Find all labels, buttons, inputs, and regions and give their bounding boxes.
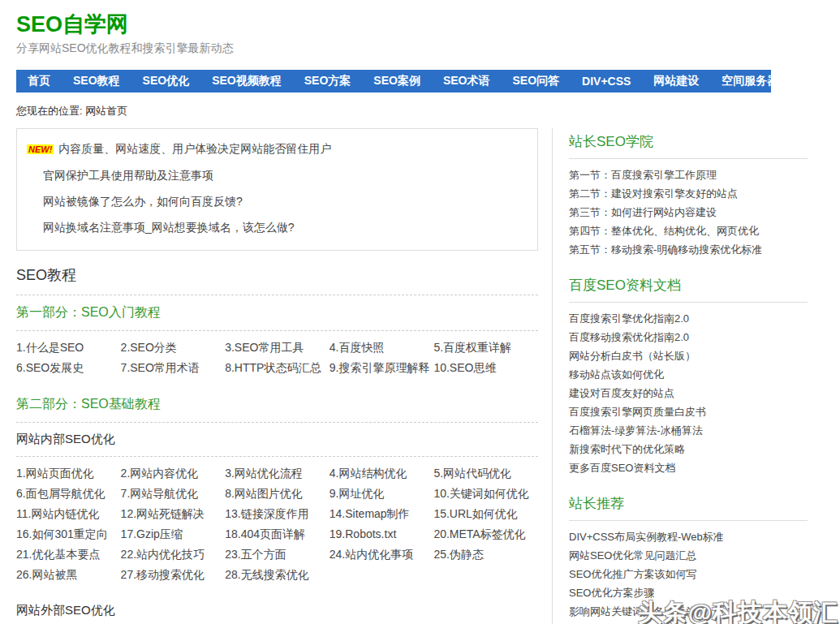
main-column: NEW!内容质量、网站速度、用户体验决定网站能否留住用户官网保护工具使用帮助及注… — [16, 128, 538, 624]
article-link[interactable]: 15.URL如何优化 — [433, 504, 538, 524]
sidebar-link[interactable]: 网站分析白皮书（站长版） — [569, 346, 808, 365]
nav-item-1[interactable]: SEO教程 — [62, 74, 131, 88]
article-link-grid: 1.什么是SEO2.SEO分类3.SEO常用工具4.百度快照5.百度权重详解6.… — [16, 331, 538, 387]
breadcrumb: 您现在的位置: 网站首页 — [16, 104, 824, 118]
news-item[interactable]: 网站换域名注意事项_网站想要换域名，该怎么做? — [27, 214, 528, 240]
sidebar-link[interactable]: 百度移动搜索优化指南2.0 — [569, 328, 808, 346]
article-link[interactable]: 3.SEO常用工具 — [225, 338, 330, 358]
news-item[interactable]: 官网保护工具使用帮助及注意事项 — [27, 162, 528, 188]
article-link[interactable]: 9.搜索引擎原理解释 — [330, 358, 434, 378]
watermark: 头条@科技本领汇 — [638, 596, 838, 624]
article-link[interactable]: 4.网站结构优化 — [330, 463, 434, 484]
article-link[interactable]: 21.优化基本要点 — [16, 544, 121, 565]
sidebar-link[interactable]: 移动站点该如何优化 — [569, 365, 808, 384]
sidebar-link[interactable]: 新搜索时代下的优化策略 — [569, 440, 808, 458]
nav-item-3[interactable]: SEO视频教程 — [200, 74, 293, 88]
news-item-text: 官网保护工具使用帮助及注意事项 — [43, 169, 213, 182]
sidebar-link[interactable]: 网站SEO优化常见问题汇总 — [569, 546, 808, 565]
article-link[interactable]: 18.404页面详解 — [225, 524, 330, 544]
main-nav: 首页SEO教程SEO优化SEO视频教程SEO方案SEO案例SEO术语SEO问答D… — [16, 70, 771, 93]
sidebar-link[interactable]: 第四节：整体优化、结构优化、网页优化 — [569, 222, 808, 240]
nav-item-10[interactable]: 空间服务器 — [710, 74, 790, 88]
article-link[interactable]: 5.百度权重详解 — [433, 338, 538, 358]
article-link[interactable]: 19.Robots.txt — [330, 524, 434, 544]
nav-item-5[interactable]: SEO案例 — [362, 74, 432, 88]
article-link[interactable]: 8.HTTP状态码汇总 — [225, 358, 330, 378]
news-item[interactable]: 网站被镜像了怎么办，如何向百度反馈? — [27, 188, 528, 214]
news-item[interactable]: NEW!内容质量、网站速度、用户体验决定网站能否留住用户 — [27, 136, 528, 162]
article-link[interactable]: 4.百度快照 — [330, 338, 434, 358]
breadcrumb-current-link[interactable]: 网站首页 — [85, 105, 127, 117]
sidebar-section: 站长SEO学院第一节：百度搜索引擎工作原理第二节：建设对搜索引擎友好的站点第三节… — [569, 132, 808, 259]
site-title: SEO自学网 — [16, 10, 824, 39]
page: SEO自学网 分享网站SEO优化教程和搜索引擎最新动态 首页SEO教程SEO优化… — [0, 10, 840, 624]
main-title: SEO教程 — [16, 262, 538, 295]
sidebar-link[interactable]: 第一节：百度搜索引擎工作原理 — [569, 166, 808, 184]
site-subtitle: 分享网站SEO优化教程和搜索引擎最新动态 — [16, 41, 824, 56]
section-heading: 第一部分：SEO入门教程 — [16, 295, 538, 331]
article-link[interactable]: 14.Sitemap制作 — [330, 504, 434, 524]
sidebar-link[interactable]: 建设对百度友好的站点 — [569, 384, 808, 402]
article-link-grid: 1.网站页面优化2.网站内容优化3.网站优化流程4.网站结构优化5.网站代码优化… — [16, 457, 538, 594]
sidebar-link[interactable]: 百度搜索引擎网页质量白皮书 — [569, 402, 808, 421]
article-link[interactable]: 24.站内优化事项 — [330, 544, 434, 565]
nav-item-2[interactable]: SEO优化 — [131, 74, 201, 88]
article-link[interactable]: 26.网站被黑 — [16, 565, 121, 585]
article-link[interactable]: 17.Gzip压缩 — [121, 524, 226, 544]
nav-item-6[interactable]: SEO术语 — [432, 74, 502, 88]
section-heading: 网站内部SEO优化 — [16, 423, 538, 457]
news-item-text: 内容质量、网站速度、用户体验决定网站能否留住用户 — [58, 142, 331, 155]
article-link[interactable]: 10.SEO思维 — [433, 358, 538, 378]
news-box: NEW!内容质量、网站速度、用户体验决定网站能否留住用户官网保护工具使用帮助及注… — [16, 128, 538, 251]
article-link[interactable]: 5.网站代码优化 — [433, 463, 538, 484]
sidebar-link[interactable]: 第三节：如何进行网站内容建设 — [569, 203, 808, 222]
nav-item-9[interactable]: 网站建设 — [642, 74, 710, 88]
article-link[interactable]: 2.网站内容优化 — [121, 463, 226, 484]
article-link[interactable]: 25.伪静态 — [433, 544, 538, 565]
sidebar-section-title: 百度SEO资料文档 — [569, 276, 808, 303]
nav-item-0[interactable]: 首页 — [16, 74, 62, 88]
new-badge: NEW! — [27, 144, 54, 154]
nav-item-8[interactable]: DIV+CSS — [571, 75, 642, 88]
sidebar-link[interactable]: 石榴算法-绿萝算法-冰桶算法 — [569, 421, 808, 440]
sidebar-section-title: 站长SEO学院 — [569, 132, 808, 159]
sidebar-link[interactable]: 百度搜索引擎优化指南2.0 — [569, 309, 808, 328]
sidebar: 站长SEO学院第一节：百度搜索引擎工作原理第二节：建设对搜索引擎友好的站点第三节… — [552, 128, 808, 624]
sidebar-link[interactable]: 更多百度SEO资料文档 — [569, 458, 808, 477]
news-item-text: 网站换域名注意事项_网站想要换域名，该怎么做? — [43, 221, 295, 234]
section-heading: 网站外部SEO优化 — [16, 594, 538, 624]
article-link[interactable]: 9.网址优化 — [330, 484, 434, 504]
article-link[interactable]: 23.五个方面 — [225, 544, 330, 565]
article-link[interactable]: 6.SEO发展史 — [16, 358, 121, 378]
sidebar-link[interactable]: SEO优化推广方案该如何写 — [569, 565, 808, 583]
article-link[interactable]: 12.网站死链解决 — [121, 504, 226, 524]
article-link[interactable]: 13.链接深度作用 — [225, 504, 330, 524]
article-link[interactable]: 1.什么是SEO — [16, 338, 121, 358]
breadcrumb-label: 您现在的位置: — [16, 105, 83, 117]
nav-item-7[interactable]: SEO问答 — [501, 74, 571, 88]
article-link[interactable]: 3.网站优化流程 — [225, 463, 330, 484]
article-link[interactable]: 8.网站图片优化 — [225, 484, 330, 504]
article-link[interactable]: 11.网站内链优化 — [16, 504, 121, 524]
sidebar-link[interactable]: 第五节：移动搜索-明确移动搜索优化标准 — [569, 240, 808, 259]
tutorial-sections: 第一部分：SEO入门教程1.什么是SEO2.SEO分类3.SEO常用工具4.百度… — [16, 295, 538, 624]
sidebar-link[interactable]: 第二节：建设对搜索引擎友好的站点 — [569, 184, 808, 203]
article-link[interactable]: 20.META标签优化 — [433, 524, 538, 544]
nav-item-4[interactable]: SEO方案 — [293, 74, 363, 88]
sidebar-link[interactable]: DIV+CSS布局实例教程-Web标准 — [569, 527, 808, 546]
sidebar-link-list: 第一节：百度搜索引擎工作原理第二节：建设对搜索引擎友好的站点第三节：如何进行网站… — [569, 166, 808, 259]
article-link[interactable]: 7.SEO常用术语 — [121, 358, 226, 378]
content: NEW!内容质量、网站速度、用户体验决定网站能否留住用户官网保护工具使用帮助及注… — [16, 128, 824, 624]
sidebar-section: 百度SEO资料文档百度搜索引擎优化指南2.0百度移动搜索优化指南2.0网站分析白… — [569, 276, 808, 477]
sidebar-link-list: 百度搜索引擎优化指南2.0百度移动搜索优化指南2.0网站分析白皮书（站长版）移动… — [569, 309, 808, 477]
article-link[interactable]: 1.网站页面优化 — [16, 463, 121, 484]
article-link[interactable]: 6.面包屑导航优化 — [16, 484, 121, 504]
article-link[interactable]: 7.网站导航优化 — [121, 484, 226, 504]
article-link[interactable]: 16.如何301重定向 — [16, 524, 121, 544]
article-link[interactable]: 10.关键词如何优化 — [433, 484, 538, 504]
article-link[interactable]: 2.SEO分类 — [121, 338, 226, 358]
article-link[interactable]: 27.移动搜索优化 — [121, 565, 226, 585]
article-link[interactable]: 22.站内优化技巧 — [121, 544, 226, 565]
news-item-text: 网站被镜像了怎么办，如何向百度反馈? — [43, 195, 243, 208]
article-link[interactable]: 28.无线搜索优化 — [225, 565, 330, 585]
